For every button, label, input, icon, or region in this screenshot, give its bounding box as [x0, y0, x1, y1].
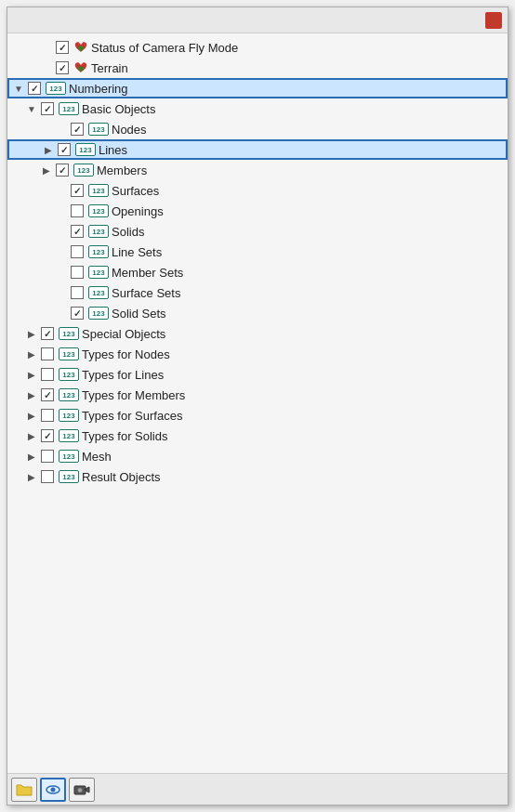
num-badge: 123	[88, 204, 109, 217]
num-badge: 123	[59, 102, 79, 115]
expand-btn[interactable]: ▶	[24, 347, 39, 361]
num-badge: 123	[46, 82, 66, 95]
checkbox-types-members[interactable]	[41, 388, 54, 401]
item-label-solids: Solids	[112, 225, 144, 239]
item-label-line-sets: Line Sets	[112, 245, 162, 259]
checkbox-result-objects[interactable]	[41, 470, 54, 483]
tree-item-solids[interactable]: 123Solids	[7, 221, 508, 242]
item-label-mesh: Mesh	[82, 450, 112, 464]
num-badge: 123	[88, 184, 109, 197]
eye-button[interactable]	[40, 778, 66, 802]
expand-btn[interactable]: ▶	[39, 163, 54, 177]
tree-item-types-members[interactable]: ▶123Types for Members	[7, 385, 508, 405]
no-expand	[54, 265, 69, 280]
checkbox-basic-objects[interactable]	[41, 102, 54, 115]
tree-item-solid-sets[interactable]: 123Solid Sets	[7, 303, 508, 323]
checkbox-surface-sets[interactable]	[71, 286, 84, 299]
num-badge: 123	[88, 245, 109, 258]
item-label-types-lines: Types for Lines	[82, 368, 164, 382]
item-label-surfaces: Surfaces	[112, 184, 159, 198]
tree-item-camera-fly[interactable]: Status of Camera Fly Mode	[7, 37, 508, 58]
heart-icon-container	[73, 41, 89, 54]
no-expand	[54, 224, 69, 239]
tree-item-types-lines[interactable]: ▶123Types for Lines	[7, 364, 508, 385]
expand-btn[interactable]: ▶	[24, 469, 39, 484]
tree-item-nodes[interactable]: 123Nodes	[7, 119, 508, 139]
tree-item-members[interactable]: ▶123Members	[7, 160, 508, 180]
tree-item-terrain[interactable]: Terrain	[7, 58, 508, 78]
expand-btn[interactable]: ▶	[24, 367, 39, 382]
checkbox-lines[interactable]	[58, 143, 71, 156]
tree-item-basic-objects[interactable]: ▼123Basic Objects	[7, 98, 508, 119]
tree-item-surfaces[interactable]: 123Surfaces	[7, 180, 508, 201]
checkbox-camera-fly[interactable]	[56, 41, 69, 54]
tree-item-result-objects[interactable]: ▶123Result Objects	[7, 466, 508, 487]
heart-icon	[73, 41, 88, 54]
no-expand	[54, 306, 69, 321]
checkbox-line-sets[interactable]	[71, 245, 84, 258]
expand-btn[interactable]: ▶	[24, 387, 39, 402]
item-label-types-nodes: Types for Nodes	[82, 347, 170, 361]
num-badge: 123	[59, 429, 79, 442]
tree-item-surface-sets[interactable]: 123Surface Sets	[7, 282, 508, 303]
checkbox-types-solids[interactable]	[41, 429, 54, 442]
checkbox-types-surfaces[interactable]	[41, 409, 54, 422]
heart-icon-container	[73, 61, 89, 74]
num-badge: 123	[59, 450, 79, 463]
item-label-solid-sets: Solid Sets	[112, 307, 166, 321]
expand-btn[interactable]: ▶	[24, 449, 39, 464]
bottom-bar	[7, 773, 508, 805]
collapse-btn[interactable]: ▼	[24, 101, 39, 116]
num-badge: 123	[88, 286, 109, 299]
item-label-members: Members	[97, 164, 147, 177]
tree-item-types-nodes[interactable]: ▶123Types for Nodes	[7, 344, 508, 364]
expand-btn[interactable]: ▶	[24, 326, 39, 341]
tree-item-types-surfaces[interactable]: ▶123Types for Surfaces	[7, 405, 508, 426]
expand-btn[interactable]: ▶	[24, 428, 39, 443]
checkbox-surfaces[interactable]	[71, 184, 84, 197]
tree-item-member-sets[interactable]: 123Member Sets	[7, 262, 508, 282]
checkbox-solids[interactable]	[71, 225, 84, 238]
item-label-surface-sets: Surface Sets	[112, 286, 180, 300]
folder-button[interactable]	[11, 778, 37, 802]
checkbox-terrain[interactable]	[56, 61, 69, 74]
item-label-openings: Openings	[112, 204, 164, 218]
checkbox-openings[interactable]	[71, 204, 84, 217]
no-expand	[54, 122, 69, 137]
svg-point-5	[79, 789, 82, 792]
collapse-btn[interactable]: ▼	[11, 81, 26, 96]
num-badge: 123	[59, 388, 79, 401]
no-expand	[54, 244, 69, 259]
checkbox-types-nodes[interactable]	[41, 347, 54, 360]
navigator-window: Status of Camera Fly Mode Terrain▼123Num…	[7, 7, 508, 805]
item-label-types-surfaces: Types for Surfaces	[82, 409, 182, 423]
no-expand	[54, 285, 69, 300]
checkbox-solid-sets[interactable]	[71, 307, 84, 320]
num-badge: 123	[59, 470, 79, 483]
close-button[interactable]	[485, 12, 502, 29]
tree-item-lines[interactable]: ▶123Lines	[7, 139, 508, 160]
tree-item-numbering[interactable]: ▼123Numbering	[7, 78, 508, 98]
num-badge: 123	[73, 164, 94, 177]
checkbox-nodes[interactable]	[71, 123, 84, 136]
checkbox-mesh[interactable]	[41, 450, 54, 463]
eye-icon	[45, 782, 61, 797]
tree-area[interactable]: Status of Camera Fly Mode Terrain▼123Num…	[7, 33, 508, 773]
checkbox-types-lines[interactable]	[41, 368, 54, 381]
tree-item-line-sets[interactable]: 123Line Sets	[7, 242, 508, 262]
tree-item-special-objects[interactable]: ▶123Special Objects	[7, 323, 508, 344]
checkbox-numbering[interactable]	[28, 82, 41, 95]
expand-btn[interactable]: ▶	[41, 142, 56, 157]
item-label-types-members: Types for Members	[82, 388, 185, 402]
tree-item-mesh[interactable]: ▶123Mesh	[7, 446, 508, 466]
tree-item-openings[interactable]: 123Openings	[7, 201, 508, 221]
camera-button[interactable]	[69, 778, 95, 802]
checkbox-members[interactable]	[56, 164, 69, 177]
item-label-types-solids: Types for Solids	[82, 429, 168, 443]
num-badge: 123	[88, 307, 109, 320]
checkbox-special-objects[interactable]	[41, 327, 54, 340]
expand-btn[interactable]: ▶	[24, 408, 39, 423]
no-expand	[54, 183, 69, 198]
checkbox-member-sets[interactable]	[71, 266, 84, 279]
tree-item-types-solids[interactable]: ▶123Types for Solids	[7, 426, 508, 446]
